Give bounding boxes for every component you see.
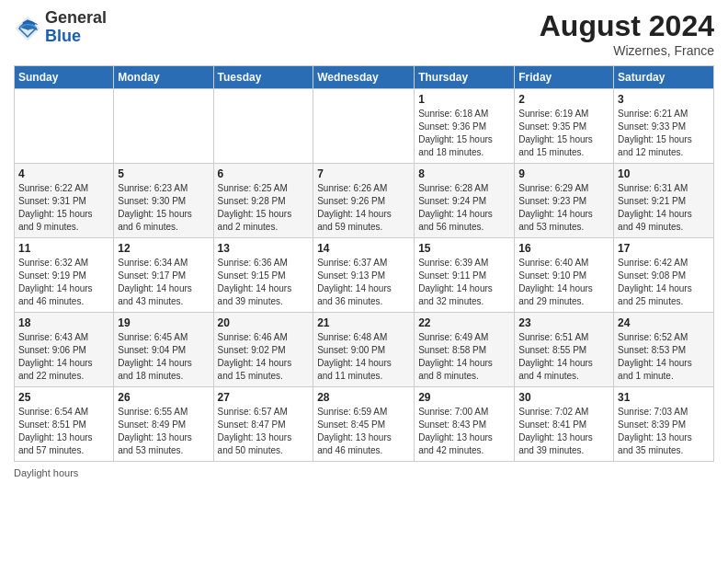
day-info: Sunrise: 6:40 AM Sunset: 9:10 PM Dayligh…	[518, 257, 609, 308]
calendar-cell: 26Sunrise: 6:55 AM Sunset: 8:49 PM Dayli…	[114, 387, 213, 462]
day-number: 19	[118, 316, 209, 329]
day-info: Sunrise: 6:45 AM Sunset: 9:04 PM Dayligh…	[118, 331, 209, 383]
calendar-week-row: 11Sunrise: 6:32 AM Sunset: 9:19 PM Dayli…	[15, 238, 714, 313]
calendar-cell: 16Sunrise: 6:40 AM Sunset: 9:10 PM Dayli…	[515, 238, 614, 313]
day-number: 23	[518, 316, 609, 329]
day-info: Sunrise: 6:22 AM Sunset: 9:31 PM Dayligh…	[18, 182, 109, 234]
calendar-cell: 14Sunrise: 6:37 AM Sunset: 9:13 PM Dayli…	[313, 238, 415, 313]
month-year-title: August 2024	[540, 9, 714, 43]
calendar-cell: 7Sunrise: 6:26 AM Sunset: 9:26 PM Daylig…	[313, 164, 415, 238]
title-block: August 2024 Wizernes, France	[540, 9, 714, 58]
day-info: Sunrise: 7:03 AM Sunset: 8:39 PM Dayligh…	[618, 406, 710, 457]
calendar-week-row: 18Sunrise: 6:43 AM Sunset: 9:06 PM Dayli…	[15, 313, 714, 387]
day-info: Sunrise: 6:54 AM Sunset: 8:51 PM Dayligh…	[18, 406, 109, 457]
day-info: Sunrise: 6:57 AM Sunset: 8:47 PM Dayligh…	[218, 406, 310, 457]
calendar-day-header: Sunday	[15, 66, 114, 89]
day-info: Sunrise: 6:31 AM Sunset: 9:21 PM Dayligh…	[618, 182, 710, 234]
day-number: 30	[518, 391, 609, 404]
day-number: 15	[418, 242, 510, 255]
day-number: 5	[118, 167, 209, 180]
day-info: Sunrise: 6:19 AM Sunset: 9:35 PM Dayligh…	[518, 108, 609, 159]
day-number: 10	[618, 167, 710, 180]
day-number: 22	[418, 316, 510, 329]
day-number: 2	[518, 93, 609, 106]
calendar-cell: 6Sunrise: 6:25 AM Sunset: 9:28 PM Daylig…	[213, 164, 313, 238]
calendar-cell	[313, 89, 415, 164]
day-number: 12	[118, 242, 209, 255]
calendar-cell: 31Sunrise: 7:03 AM Sunset: 8:39 PM Dayli…	[614, 387, 714, 462]
calendar-cell: 4Sunrise: 6:22 AM Sunset: 9:31 PM Daylig…	[15, 164, 114, 238]
calendar-day-header: Saturday	[614, 66, 714, 89]
day-info: Sunrise: 6:59 AM Sunset: 8:45 PM Dayligh…	[317, 406, 410, 457]
day-info: Sunrise: 6:25 AM Sunset: 9:28 PM Dayligh…	[218, 182, 310, 234]
calendar-cell: 21Sunrise: 6:48 AM Sunset: 9:00 PM Dayli…	[313, 313, 415, 387]
calendar-cell: 22Sunrise: 6:49 AM Sunset: 8:58 PM Dayli…	[415, 313, 515, 387]
calendar-cell: 2Sunrise: 6:19 AM Sunset: 9:35 PM Daylig…	[515, 89, 614, 164]
day-info: Sunrise: 6:36 AM Sunset: 9:15 PM Dayligh…	[218, 257, 310, 308]
calendar-header-row: SundayMondayTuesdayWednesdayThursdayFrid…	[15, 66, 714, 89]
day-number: 31	[618, 391, 710, 404]
day-number: 27	[218, 391, 310, 404]
day-number: 18	[18, 316, 109, 329]
day-number: 20	[218, 316, 310, 329]
day-number: 26	[118, 391, 209, 404]
header: General Blue August 2024 Wizernes, Franc…	[14, 9, 714, 58]
location-subtitle: Wizernes, France	[540, 43, 714, 58]
logo: General Blue	[14, 9, 107, 46]
calendar-cell: 23Sunrise: 6:51 AM Sunset: 8:55 PM Dayli…	[515, 313, 614, 387]
logo-general-text: General	[45, 9, 107, 28]
day-info: Sunrise: 6:39 AM Sunset: 9:11 PM Dayligh…	[418, 257, 510, 308]
calendar-cell: 9Sunrise: 6:29 AM Sunset: 9:23 PM Daylig…	[515, 164, 614, 238]
day-number: 17	[618, 242, 710, 255]
day-number: 7	[317, 167, 410, 180]
day-info: Sunrise: 6:32 AM Sunset: 9:19 PM Dayligh…	[18, 257, 109, 308]
calendar-cell: 25Sunrise: 6:54 AM Sunset: 8:51 PM Dayli…	[15, 387, 114, 462]
logo-text: General Blue	[45, 9, 107, 46]
calendar-cell: 19Sunrise: 6:45 AM Sunset: 9:04 PM Dayli…	[114, 313, 213, 387]
calendar-cell: 11Sunrise: 6:32 AM Sunset: 9:19 PM Dayli…	[15, 238, 114, 313]
calendar-table: SundayMondayTuesdayWednesdayThursdayFrid…	[14, 65, 714, 462]
day-info: Sunrise: 6:26 AM Sunset: 9:26 PM Dayligh…	[317, 182, 410, 234]
footer-note: Daylight hours	[14, 467, 714, 478]
calendar-cell: 27Sunrise: 6:57 AM Sunset: 8:47 PM Dayli…	[213, 387, 313, 462]
day-number: 21	[317, 316, 410, 329]
day-info: Sunrise: 7:00 AM Sunset: 8:43 PM Dayligh…	[418, 406, 510, 457]
day-info: Sunrise: 6:43 AM Sunset: 9:06 PM Dayligh…	[18, 331, 109, 383]
calendar-week-row: 4Sunrise: 6:22 AM Sunset: 9:31 PM Daylig…	[15, 164, 714, 238]
calendar-cell	[114, 89, 213, 164]
day-number: 6	[218, 167, 310, 180]
day-info: Sunrise: 7:02 AM Sunset: 8:41 PM Dayligh…	[518, 406, 609, 457]
calendar-cell	[213, 89, 313, 164]
calendar-cell: 3Sunrise: 6:21 AM Sunset: 9:33 PM Daylig…	[614, 89, 714, 164]
day-info: Sunrise: 6:49 AM Sunset: 8:58 PM Dayligh…	[418, 331, 510, 383]
day-number: 24	[618, 316, 710, 329]
calendar-cell: 8Sunrise: 6:28 AM Sunset: 9:24 PM Daylig…	[415, 164, 515, 238]
calendar-day-header: Wednesday	[313, 66, 415, 89]
day-number: 25	[18, 391, 109, 404]
calendar-cell: 15Sunrise: 6:39 AM Sunset: 9:11 PM Dayli…	[415, 238, 515, 313]
day-info: Sunrise: 6:18 AM Sunset: 9:36 PM Dayligh…	[418, 108, 510, 159]
day-number: 16	[518, 242, 609, 255]
day-info: Sunrise: 6:48 AM Sunset: 9:00 PM Dayligh…	[317, 331, 410, 383]
day-number: 14	[317, 242, 410, 255]
day-number: 4	[18, 167, 109, 180]
calendar-cell: 29Sunrise: 7:00 AM Sunset: 8:43 PM Dayli…	[415, 387, 515, 462]
day-info: Sunrise: 6:21 AM Sunset: 9:33 PM Dayligh…	[618, 108, 710, 159]
calendar-cell: 13Sunrise: 6:36 AM Sunset: 9:15 PM Dayli…	[213, 238, 313, 313]
calendar-week-row: 25Sunrise: 6:54 AM Sunset: 8:51 PM Dayli…	[15, 387, 714, 462]
calendar-cell	[15, 89, 114, 164]
day-number: 28	[317, 391, 410, 404]
day-number: 13	[218, 242, 310, 255]
page: General Blue August 2024 Wizernes, Franc…	[0, 0, 728, 563]
calendar-cell: 17Sunrise: 6:42 AM Sunset: 9:08 PM Dayli…	[614, 238, 714, 313]
day-info: Sunrise: 6:23 AM Sunset: 9:30 PM Dayligh…	[118, 182, 209, 234]
logo-blue-text: Blue	[45, 28, 107, 46]
calendar-cell: 18Sunrise: 6:43 AM Sunset: 9:06 PM Dayli…	[15, 313, 114, 387]
day-info: Sunrise: 6:29 AM Sunset: 9:23 PM Dayligh…	[518, 182, 609, 234]
day-number: 3	[618, 93, 710, 106]
calendar-cell: 28Sunrise: 6:59 AM Sunset: 8:45 PM Dayli…	[313, 387, 415, 462]
day-number: 11	[18, 242, 109, 255]
calendar-cell: 20Sunrise: 6:46 AM Sunset: 9:02 PM Dayli…	[213, 313, 313, 387]
calendar-day-header: Thursday	[415, 66, 515, 89]
calendar-day-header: Friday	[515, 66, 614, 89]
